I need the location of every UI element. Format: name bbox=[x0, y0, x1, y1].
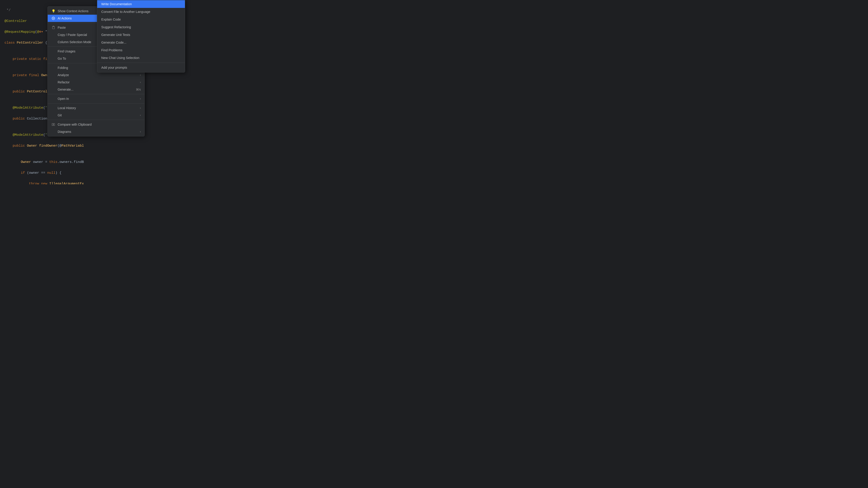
code-line: Owner owner = this.owners.findB bbox=[4, 160, 324, 165]
ai-submenu-item-write-documentation[interactable]: Write Documentation bbox=[97, 0, 185, 8]
ai-submenu-item-suggest-refactoring[interactable]: Suggest Refactoring bbox=[97, 23, 185, 31]
menu-item-label: Git bbox=[58, 113, 62, 117]
svg-rect-1 bbox=[53, 26, 55, 29]
compare-icon bbox=[51, 123, 55, 127]
empty-icon bbox=[51, 73, 55, 77]
menu-item-label: Column Selection Mode bbox=[58, 40, 91, 44]
menu-item-label: Open In bbox=[58, 97, 69, 101]
arrow-icon: › bbox=[140, 130, 141, 133]
ai-submenu-item-label: Convert File to Another Language bbox=[101, 10, 150, 13]
ai-submenu-item-generate-code[interactable]: Generate Code... bbox=[97, 39, 185, 46]
empty-icon bbox=[51, 80, 55, 84]
menu-item-label: Local History bbox=[58, 106, 76, 110]
paste-icon bbox=[51, 26, 55, 30]
svg-rect-3 bbox=[52, 123, 53, 126]
menu-item-label: Analyze bbox=[58, 73, 69, 77]
ai-submenu-item-find-problems[interactable]: Find Problems bbox=[97, 46, 185, 54]
empty-icon bbox=[51, 33, 55, 37]
menu-item-diagrams[interactable]: Diagrams › bbox=[48, 128, 145, 135]
menu-item-refactor[interactable]: Refactor › bbox=[48, 78, 145, 86]
ai-submenu-item-label: New Chat Using Selection bbox=[101, 56, 139, 60]
menu-item-label: Paste bbox=[58, 26, 66, 29]
menu-item-label: Generate... bbox=[58, 88, 73, 91]
arrow-icon: › bbox=[140, 97, 141, 100]
ai-submenu-item-convert-file[interactable]: Convert File to Another Language bbox=[97, 8, 185, 15]
code-line: if (owner == null) { bbox=[4, 170, 324, 176]
menu-item-git[interactable]: Git › bbox=[48, 111, 145, 119]
arrow-icon: › bbox=[140, 106, 141, 109]
ai-submenu-item-label: Find Problems bbox=[101, 48, 122, 52]
menu-item-label: AI Actions bbox=[58, 17, 72, 20]
ai-submenu-item-new-chat[interactable]: New Chat Using Selection bbox=[97, 54, 185, 62]
arrow-icon: › bbox=[140, 113, 141, 117]
empty-icon bbox=[51, 88, 55, 92]
empty-icon bbox=[51, 106, 55, 110]
menu-item-label: Show Context Actions bbox=[58, 9, 88, 13]
empty-icon bbox=[51, 66, 55, 70]
menu-item-label: Copy / Paste Special bbox=[58, 33, 87, 37]
ai-submenu-item-add-prompts[interactable]: Add your prompts bbox=[97, 64, 185, 71]
ai-submenu-item-label: Explain Code bbox=[101, 18, 121, 21]
menu-item-label: Diagrams bbox=[58, 130, 71, 133]
ai-submenu-item-label: Write Documentation bbox=[101, 2, 132, 6]
lightbulb-icon: 💡 bbox=[51, 9, 55, 13]
empty-icon bbox=[51, 130, 55, 134]
menu-item-shortcut: ⌘N bbox=[136, 88, 141, 91]
code-line: throw new IllegalArgumentEx bbox=[4, 181, 324, 184]
menu-item-label: Folding bbox=[58, 66, 68, 70]
empty-icon bbox=[51, 40, 55, 44]
menu-item-label: Compare with Clipboard bbox=[58, 123, 92, 126]
empty-icon bbox=[51, 57, 55, 61]
arrow-icon: › bbox=[140, 73, 141, 76]
ai-submenu-item-label: Generate Unit Tests bbox=[101, 33, 130, 37]
menu-item-open-in[interactable]: Open In › bbox=[48, 95, 145, 102]
svg-rect-4 bbox=[54, 123, 55, 126]
menu-item-compare-clipboard[interactable]: Compare with Clipboard bbox=[48, 121, 145, 128]
empty-icon bbox=[51, 97, 55, 101]
ai-submenu-item-generate-unit-tests[interactable]: Generate Unit Tests bbox=[97, 31, 185, 39]
menu-item-generate[interactable]: Generate... ⌘N bbox=[48, 86, 145, 93]
menu-item-label: Go To bbox=[58, 57, 66, 60]
menu-item-label: Find Usages bbox=[58, 50, 75, 53]
ai-submenu-item-explain-code[interactable]: Explain Code bbox=[97, 15, 185, 23]
code-line: public Owner findOwner(@PathVariabl bbox=[4, 143, 324, 149]
ai-submenu-item-label: Suggest Refactoring bbox=[101, 25, 131, 29]
menu-separator bbox=[48, 94, 145, 94]
menu-item-label: Refactor bbox=[58, 80, 70, 84]
menu-item-local-history[interactable]: Local History › bbox=[48, 104, 145, 111]
arrow-icon: › bbox=[140, 80, 141, 84]
ai-submenu: Write Documentation Convert File to Anot… bbox=[97, 0, 185, 72]
ai-icon bbox=[51, 16, 55, 20]
ai-submenu-item-label: Generate Code... bbox=[101, 41, 126, 44]
empty-icon bbox=[51, 49, 55, 53]
ai-submenu-item-label: Add your prompts bbox=[101, 66, 127, 69]
empty-icon bbox=[51, 113, 55, 117]
